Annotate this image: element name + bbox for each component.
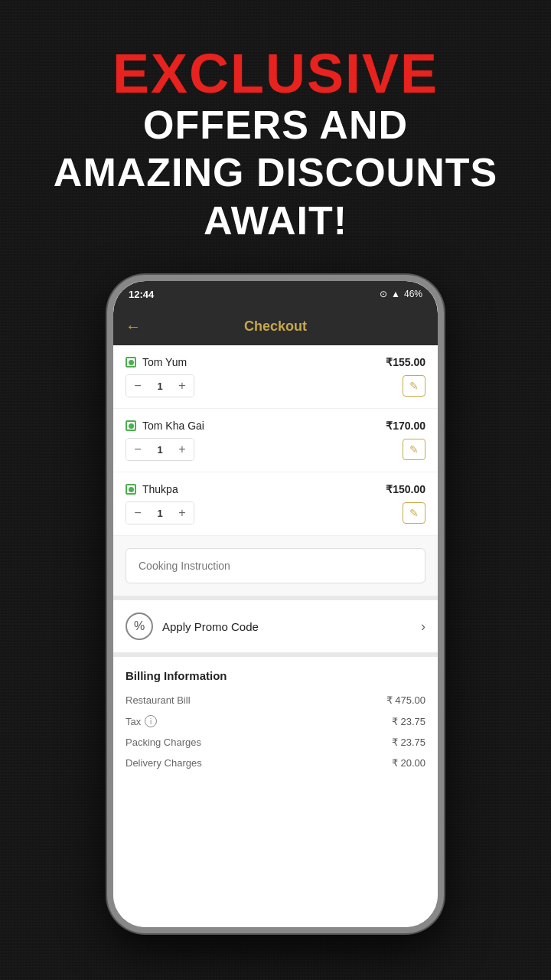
item-name: Tom Yum	[142, 356, 187, 368]
item-header-row: Tom Yum ₹155.00	[126, 356, 425, 368]
edit-icon: ✎	[409, 380, 419, 392]
item-header-row: Thukpa ₹150.00	[126, 483, 425, 495]
promo-code-section[interactable]: % Apply Promo Code ›	[113, 600, 438, 657]
promo-icon: %	[126, 612, 153, 640]
billing-row: Packing Charges ₹ 23.75	[126, 737, 425, 748]
back-button[interactable]: ←	[126, 318, 141, 335]
promo-label: Apply Promo Code	[162, 620, 259, 633]
edit-item-button[interactable]: ✎	[403, 439, 425, 460]
hero-section: EXCLUSIVE OFFERS AND AMAZING DISCOUNTS A…	[0, 0, 551, 267]
cooking-section	[113, 536, 438, 600]
whatsapp-icon: ⊙	[380, 289, 387, 299]
item-controls: − 1 + ✎	[126, 374, 425, 397]
decrease-qty-button[interactable]: −	[126, 502, 149, 524]
status-bar: 12:44 ⊙ ▲ 46%	[113, 281, 438, 307]
item-controls: − 1 + ✎	[126, 501, 425, 524]
signal-icon: ▲	[391, 289, 400, 299]
edit-item-button[interactable]: ✎	[403, 375, 425, 397]
decrease-qty-button[interactable]: −	[126, 375, 149, 397]
edit-icon: ✎	[409, 507, 419, 519]
item-name: Thukpa	[142, 483, 178, 495]
billing-label: Delivery Charges	[126, 757, 202, 769]
item-controls: − 1 + ✎	[126, 438, 425, 461]
phone-frame: 12:44 ⊙ ▲ 46% ← Checkout	[107, 275, 444, 933]
billing-row: Delivery Charges ₹ 20.00	[126, 757, 425, 769]
page-title: Checkout	[244, 318, 307, 335]
qty-value: 1	[149, 508, 171, 519]
billing-value: ₹ 20.00	[392, 757, 425, 769]
qty-value: 1	[149, 444, 171, 456]
veg-dot	[129, 360, 134, 365]
phone-mockup: 12:44 ⊙ ▲ 46% ← Checkout	[0, 275, 551, 933]
order-item: Thukpa ₹150.00 − 1 + ✎	[113, 472, 438, 536]
edit-item-button[interactable]: ✎	[403, 502, 425, 524]
billing-label: Restaurant Bill	[126, 694, 191, 706]
quantity-control[interactable]: − 1 +	[126, 438, 194, 461]
battery-text: 46%	[404, 289, 422, 299]
billing-label: Packing Charges	[126, 737, 201, 748]
billing-value: ₹ 475.00	[386, 694, 425, 706]
billing-value: ₹ 23.75	[392, 737, 425, 748]
checkout-content: Tom Yum ₹155.00 − 1 + ✎	[113, 345, 438, 927]
exclusive-text: EXCLUSIVE	[31, 46, 520, 101]
increase-qty-button[interactable]: +	[171, 439, 194, 460]
billing-label: Tax i	[126, 715, 157, 727]
edit-icon: ✎	[409, 443, 419, 456]
info-icon[interactable]: i	[145, 715, 157, 727]
phone-screen: 12:44 ⊙ ▲ 46% ← Checkout	[113, 281, 438, 927]
quantity-control[interactable]: − 1 +	[126, 501, 194, 524]
veg-indicator	[126, 420, 136, 431]
order-item: Tom Yum ₹155.00 − 1 + ✎	[113, 345, 438, 409]
billing-row: Tax i ₹ 23.75	[126, 715, 425, 727]
status-time: 12:44	[129, 289, 154, 300]
veg-dot	[129, 423, 134, 429]
increase-qty-button[interactable]: +	[171, 375, 194, 397]
checkout-header: ← Checkout	[113, 307, 438, 345]
quantity-control[interactable]: − 1 +	[126, 374, 194, 397]
status-icons: ⊙ ▲ 46%	[380, 289, 422, 299]
increase-qty-button[interactable]: +	[171, 502, 194, 524]
billing-value: ₹ 23.75	[392, 716, 425, 727]
qty-value: 1	[149, 381, 171, 392]
cooking-instruction-input[interactable]	[126, 548, 425, 583]
item-name: Tom Kha Gai	[142, 420, 204, 432]
billing-row: Restaurant Bill ₹ 475.00	[126, 694, 425, 706]
item-header-row: Tom Kha Gai ₹170.00	[126, 420, 425, 432]
item-price: ₹155.00	[386, 356, 425, 368]
veg-indicator	[126, 357, 136, 368]
billing-title: Billing Information	[126, 669, 425, 682]
order-items-section: Tom Yum ₹155.00 − 1 + ✎	[113, 345, 438, 536]
order-item: Tom Kha Gai ₹170.00 − 1 + ✎	[113, 409, 438, 472]
chevron-right-icon: ›	[421, 619, 425, 635]
veg-indicator	[126, 484, 136, 495]
decrease-qty-button[interactable]: −	[126, 439, 149, 460]
offers-text: OFFERS AND AMAZING DISCOUNTS AWAIT!	[31, 101, 520, 244]
item-price: ₹170.00	[386, 420, 425, 432]
billing-section: Billing Information Restaurant Bill ₹ 47…	[113, 657, 438, 790]
veg-dot	[129, 487, 134, 492]
item-price: ₹150.00	[386, 483, 425, 495]
